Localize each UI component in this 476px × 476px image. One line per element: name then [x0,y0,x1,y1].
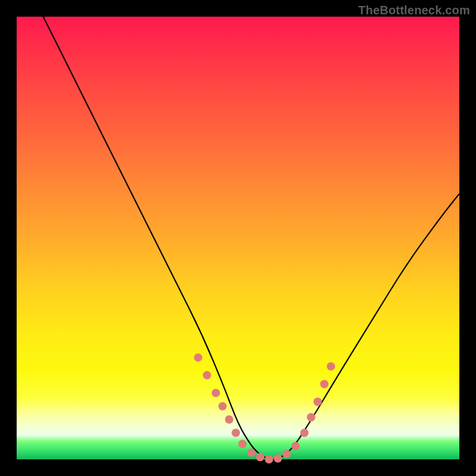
highlight-dot [212,389,220,397]
chart-svg [17,17,459,459]
highlight-dot [320,380,328,389]
highlight-dot [247,449,255,457]
highlight-dot [231,428,240,437]
highlight-dot [265,455,273,464]
curve-line [43,17,459,459]
highlight-dot [225,415,233,424]
chart-frame: TheBottleneck.com [0,0,476,476]
highlight-dot [203,371,211,380]
highlight-dot [256,453,264,461]
highlight-dot [327,362,335,371]
highlight-dot [292,442,300,450]
highlight-dot [307,413,315,421]
watermark-text: TheBottleneck.com [358,4,470,17]
highlight-dot [218,402,227,411]
highlight-dot [274,455,282,463]
highlight-dot [283,450,291,458]
highlight-dot [194,353,202,362]
highlight-dot [238,440,246,448]
highlight-dots [194,353,335,464]
highlight-dot [314,397,322,406]
bottleneck-curve-path [43,17,459,459]
highlight-dot [300,428,309,437]
